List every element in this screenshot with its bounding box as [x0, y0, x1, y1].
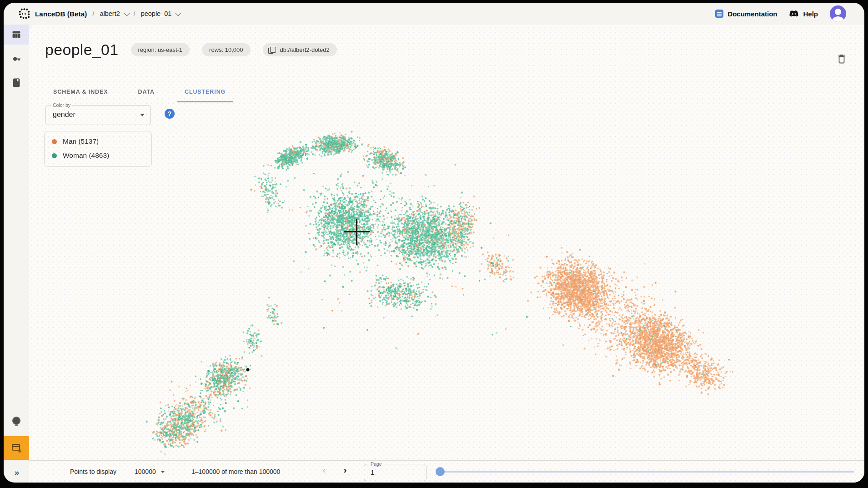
db-uri-badge[interactable]: db://albert2-doted2	[263, 43, 337, 56]
chevron-down-icon	[124, 10, 130, 16]
table-add-icon	[11, 443, 22, 453]
sidebar-item-docs[interactable]	[4, 73, 29, 93]
tab-data[interactable]: DATA	[130, 84, 161, 102]
range-text: 1–100000 of more than 100000	[191, 468, 280, 475]
legend-item-woman: Woman (4863)	[52, 151, 145, 160]
user-avatar[interactable]	[830, 5, 846, 22]
help-label: Help	[803, 10, 818, 18]
page-title: people_01	[45, 41, 119, 59]
rows-badge: rows: 10,000	[202, 43, 250, 56]
page-input-value: 1	[371, 468, 374, 476]
sidebar-item-api-keys[interactable]	[4, 49, 29, 69]
color-by-label: Color by	[51, 102, 72, 108]
page-input-label: Page	[369, 461, 384, 467]
add-table-button[interactable]	[4, 436, 29, 460]
key-icon	[12, 54, 21, 64]
legend-item-man: Man (5137)	[52, 137, 145, 146]
documentation-label: Documentation	[728, 10, 777, 18]
pagination-bar: Points to display 100000 1–100000 of mor…	[29, 460, 864, 483]
color-by-value: gender	[53, 111, 75, 119]
next-page-button[interactable]: ›	[338, 464, 352, 475]
db-uri-label: db://albert2-doted2	[280, 46, 330, 53]
previous-page-button[interactable]: ‹	[317, 464, 331, 475]
region-badge: region: us-east-1	[131, 43, 190, 56]
main-content: people_01 region: us-east-1 rows: 10,000…	[29, 25, 864, 483]
documentation-link[interactable]: Documentation	[715, 10, 777, 18]
legend-woman-label: Woman (4863)	[63, 151, 109, 160]
tab-schema-index[interactable]: SCHEMA & INDEX	[46, 84, 115, 102]
page-slider-thumb[interactable]	[436, 467, 445, 476]
page-slider[interactable]	[437, 471, 854, 473]
tab-clustering[interactable]: CLUSTERING	[177, 84, 233, 102]
brand: LanceDB (Beta)	[18, 8, 87, 20]
delete-table-button[interactable]	[837, 54, 846, 66]
breadcrumb-project-selector[interactable]: albert2	[100, 10, 128, 17]
brand-name: LanceDB (Beta)	[35, 10, 87, 18]
page-header: people_01 region: us-east-1 rows: 10,000…	[45, 41, 337, 59]
chevron-down-icon	[176, 10, 181, 16]
points-to-display-label: Points to display	[70, 468, 116, 475]
documentation-icon	[715, 10, 723, 18]
dropdown-caret-icon	[161, 471, 165, 473]
breadcrumb-project-label: albert2	[100, 10, 120, 17]
top-bar: LanceDB (Beta) / albert2 / people_01 Doc…	[4, 3, 864, 25]
sidebar-item-tables[interactable]	[4, 25, 29, 45]
copy-icon	[270, 47, 276, 53]
left-sidebar: ? »	[4, 25, 29, 483]
discord-icon	[789, 10, 799, 18]
svg-text:?: ?	[15, 418, 18, 423]
lancedb-logo-icon	[18, 8, 30, 20]
points-to-display-value: 100000	[135, 468, 156, 475]
breadcrumb-table-selector[interactable]: people_01	[141, 10, 180, 17]
breadcrumb-separator: /	[93, 10, 95, 17]
woman-color-dot	[52, 153, 57, 158]
sidebar-bottom: ? »	[4, 412, 29, 483]
double-chevron-right-icon: »	[15, 468, 19, 478]
breadcrumb-table-label: people_01	[141, 10, 172, 17]
color-by-select[interactable]: Color by gender	[45, 105, 151, 125]
man-color-dot	[52, 139, 57, 144]
help-badge-icon: ?	[11, 416, 21, 427]
table-icon	[12, 30, 21, 39]
page-number-input[interactable]: Page 1	[364, 464, 426, 481]
clustering-help-icon[interactable]: ?	[165, 109, 175, 119]
legend-card: Man (5137) Woman (4863)	[44, 131, 152, 167]
book-icon	[12, 78, 20, 87]
points-to-display-select[interactable]: 100000	[135, 468, 165, 475]
sidebar-expand-button[interactable]: »	[4, 463, 29, 483]
legend-man-label: Man (5137)	[63, 137, 99, 146]
top-right-nav: Documentation Help	[715, 5, 846, 22]
breadcrumb-separator: /	[134, 10, 135, 17]
sidebar-item-support[interactable]: ?	[4, 412, 29, 432]
help-link[interactable]: Help	[789, 10, 818, 18]
tab-bar: SCHEMA & INDEX DATA CLUSTERING	[46, 84, 233, 102]
app-window: LanceDB (Beta) / albert2 / people_01 Doc…	[4, 3, 864, 483]
dropdown-caret-icon	[140, 114, 145, 116]
trash-icon	[837, 54, 846, 64]
